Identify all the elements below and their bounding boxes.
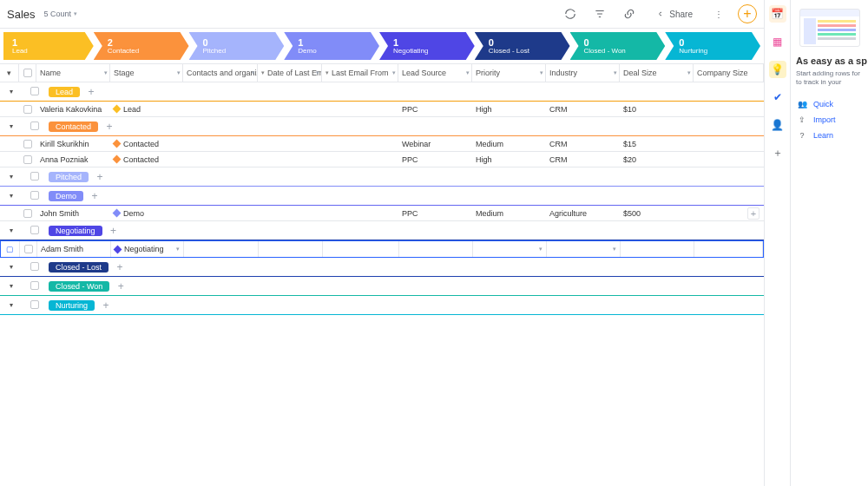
- cell-deal-size[interactable]: [621, 241, 694, 257]
- cell-contacts[interactable]: [183, 136, 258, 151]
- rail-keep-icon[interactable]: 💡: [769, 61, 786, 78]
- cell-lead-source[interactable]: PPC: [398, 206, 472, 220]
- group-checkbox[interactable]: [26, 191, 43, 201]
- group-collapse-toggle[interactable]: ▾: [2, 227, 21, 234]
- cell-priority[interactable]: ▾: [473, 241, 547, 257]
- pipeline-stage-negotiating[interactable]: 1Negotiating: [379, 32, 475, 60]
- cell-priority[interactable]: Medium: [472, 136, 546, 151]
- col-date-last-email[interactable]: Date of Last Email▾: [258, 64, 322, 82]
- group-collapse-toggle[interactable]: ▾: [2, 282, 21, 290]
- cell-company-size[interactable]: [694, 241, 763, 257]
- cell-deal-size[interactable]: $10: [620, 102, 694, 116]
- row-checkbox[interactable]: [19, 206, 36, 220]
- pipeline-stage-lead[interactable]: 1Lead: [3, 32, 94, 60]
- cell-priority[interactable]: High: [472, 102, 546, 116]
- cell-name[interactable]: Adam Smith: [37, 241, 111, 257]
- cell-company-size[interactable]: +: [694, 206, 764, 220]
- group-tag[interactable]: Closed - Won: [49, 281, 109, 292]
- cell-industry[interactable]: Agriculture: [546, 206, 620, 220]
- cell-date-last-email[interactable]: [258, 136, 322, 151]
- pipeline-stage-closed-won[interactable]: 0Closed - Won: [570, 32, 666, 60]
- cell-priority[interactable]: Medium: [472, 206, 546, 220]
- group-checkbox[interactable]: [26, 87, 43, 97]
- row-expand[interactable]: ▢: [1, 241, 20, 257]
- group-checkbox[interactable]: [26, 226, 43, 236]
- group-checkbox[interactable]: [26, 122, 43, 132]
- row-expand[interactable]: [0, 102, 19, 116]
- link-button[interactable]: [619, 3, 640, 24]
- col-priority[interactable]: Priority▾: [472, 64, 546, 82]
- rail-contacts-icon[interactable]: 👤: [769, 116, 786, 134]
- cell-name[interactable]: Anna Pozniak: [36, 152, 110, 167]
- cell-stage[interactable]: Contacted: [110, 152, 183, 167]
- row-checkbox[interactable]: [19, 102, 36, 116]
- cell-industry[interactable]: CRM: [546, 152, 620, 167]
- cell-date-last-email[interactable]: [258, 206, 322, 220]
- cell-last-email-from[interactable]: [322, 206, 398, 220]
- group-collapse-toggle[interactable]: ▾: [2, 173, 21, 181]
- cell-priority[interactable]: High: [472, 152, 546, 167]
- row-count[interactable]: 5 Count▾: [44, 10, 78, 18]
- import-link[interactable]: ⇪Import: [796, 112, 863, 128]
- learn-link[interactable]: ?Learn: [796, 128, 863, 143]
- more-button[interactable]: ⋮: [708, 3, 729, 24]
- add-record-button[interactable]: +: [738, 4, 757, 23]
- pipeline-stage-pitched[interactable]: 0Pitched: [189, 32, 285, 60]
- table-row[interactable]: Anna PozniakContactedPPCHighCRM$20: [0, 152, 764, 167]
- group-add-row[interactable]: +: [89, 190, 101, 202]
- group-checkbox[interactable]: [26, 172, 43, 182]
- cell-last-email-from[interactable]: [323, 241, 399, 257]
- group-add-row[interactable]: +: [108, 225, 120, 237]
- cell-stage[interactable]: Negotiating▾: [111, 241, 184, 257]
- cell-contacts[interactable]: [184, 241, 259, 257]
- col-last-email-from[interactable]: Last Email From▾: [322, 64, 398, 82]
- cell-last-email-from[interactable]: [322, 136, 398, 151]
- col-deal-size[interactable]: Deal Size▾: [620, 64, 694, 82]
- cell-lead-source[interactable]: PPC: [398, 152, 472, 167]
- cell-date-last-email[interactable]: [259, 241, 323, 257]
- cell-industry[interactable]: CRM: [546, 102, 620, 116]
- cell-contacts[interactable]: [183, 152, 258, 167]
- group-tag[interactable]: Pitched: [49, 172, 89, 182]
- filter-button[interactable]: [589, 3, 610, 24]
- pipeline-stage-contacted[interactable]: 2Contacted: [94, 32, 189, 60]
- group-collapse-toggle[interactable]: ▾: [2, 301, 21, 309]
- cell-name[interactable]: Kirill Skurikhin: [36, 136, 110, 151]
- row-expand[interactable]: [0, 152, 19, 167]
- cell-stage[interactable]: Lead: [110, 102, 183, 116]
- pipeline-stage-nurturing[interactable]: 0Nurturing: [665, 32, 760, 60]
- group-collapse-toggle[interactable]: ▾: [2, 192, 21, 200]
- cell-lead-source[interactable]: PPC: [398, 102, 472, 116]
- group-add-row[interactable]: +: [100, 299, 112, 312]
- rail-add-icon[interactable]: ＋: [769, 144, 786, 161]
- expand-col[interactable]: ▾: [0, 64, 19, 82]
- col-contacts[interactable]: Contacts and organizati▾: [183, 64, 258, 82]
- group-tag[interactable]: Demo: [49, 191, 83, 201]
- cell-lead-source[interactable]: [399, 241, 473, 257]
- cell-industry[interactable]: CRM: [546, 136, 620, 151]
- share-button[interactable]: Share: [648, 3, 700, 24]
- group-add-row[interactable]: +: [114, 261, 126, 273]
- col-industry[interactable]: Industry▾: [546, 64, 620, 82]
- col-company-size[interactable]: Company Size: [694, 64, 764, 82]
- cell-last-email-from[interactable]: [322, 152, 398, 167]
- cell-company-size[interactable]: [694, 102, 764, 116]
- quick-start-link[interactable]: 👥Quick: [796, 96, 863, 112]
- col-name[interactable]: Name▾: [36, 64, 110, 82]
- row-checkbox[interactable]: [20, 241, 37, 257]
- group-collapse-toggle[interactable]: ▾: [2, 122, 21, 130]
- group-tag[interactable]: Nurturing: [49, 300, 95, 311]
- table-row[interactable]: John SmithDemoPPCMediumAgriculture$500+: [0, 206, 764, 221]
- cell-name[interactable]: Valeria Kakovkina: [36, 102, 110, 116]
- pipeline-stage-demo[interactable]: 1Demo: [284, 32, 379, 60]
- col-lead-source[interactable]: Lead Source▾: [398, 64, 472, 82]
- cell-last-email-from[interactable]: [322, 102, 398, 116]
- cell-name[interactable]: John Smith: [36, 206, 110, 220]
- cell-company-size[interactable]: [694, 136, 764, 151]
- group-tag[interactable]: Negotiating: [49, 226, 102, 236]
- group-tag[interactable]: Closed - Lost: [49, 262, 108, 273]
- group-collapse-toggle[interactable]: ▾: [2, 88, 21, 95]
- table-row[interactable]: ▢Adam SmithNegotiating▾▾▾: [0, 240, 764, 258]
- refresh-button[interactable]: [560, 3, 581, 24]
- cell-deal-size[interactable]: $15: [620, 136, 694, 151]
